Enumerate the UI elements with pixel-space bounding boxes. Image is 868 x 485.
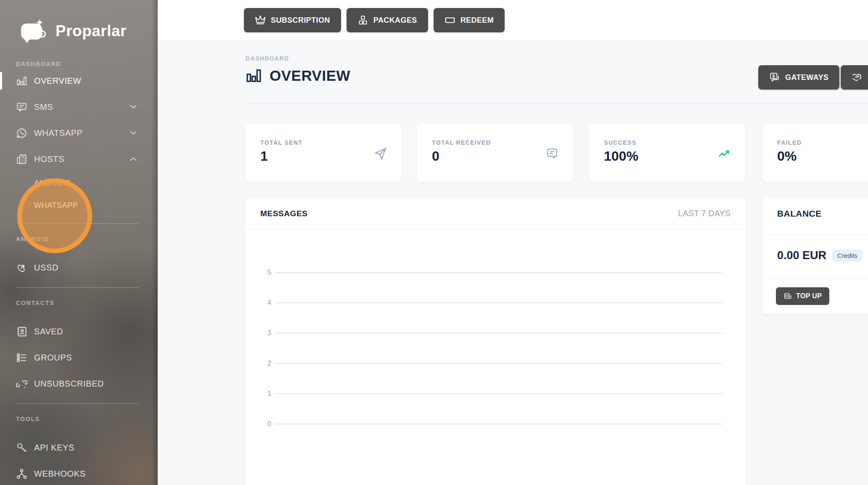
stat-label: SUCCESS [604, 139, 636, 146]
chart-gridline-row: 0 [260, 420, 722, 428]
chat-lines-icon [545, 147, 559, 160]
coins-icon [783, 292, 792, 300]
chart-gridline-row: 3 [260, 329, 722, 337]
stat-card-success: SUCCESS 100% [589, 124, 745, 182]
sidebar-item-label: WHATSAPP [34, 128, 83, 138]
main-content: SUBSCRIPTION PACKAGES REDEEM DASHBOARD O… [158, 0, 868, 485]
key-icon [16, 442, 27, 453]
sidebar-item-label: HOSTS [34, 154, 64, 164]
balance-title: BALANCE [777, 209, 821, 219]
partners-button-clipped[interactable]: P [841, 65, 868, 90]
section-label-tools: TOOLS [16, 416, 158, 423]
sidebar-item-webhooks[interactable]: WEBHOOKS [0, 461, 158, 485]
address-book-icon [16, 326, 27, 337]
subscription-button[interactable]: SUBSCRIPTION [244, 8, 341, 32]
satellite-dish-icon [16, 262, 27, 273]
webhook-branch-icon [16, 468, 27, 480]
chart-gridline-row: 1 [260, 390, 722, 398]
sidebar-item-hosts[interactable]: HOSTS [0, 146, 158, 172]
sidebar-item-label: API KEYS [34, 443, 74, 453]
card-header: MESSAGES LAST 7 DAYS [245, 198, 746, 230]
y-tick: 1 [260, 390, 271, 398]
chat-dollar-icon: $ [769, 72, 780, 83]
stat-value: 100% [604, 148, 638, 164]
crown-icon [255, 15, 266, 26]
sidebar-item-ussd[interactable]: USSD [0, 254, 158, 281]
page-actions: $ GATEWAYS P [158, 65, 868, 90]
sidebar-item-groups[interactable]: GROUPS [0, 345, 158, 371]
button-label: REDEEM [460, 16, 494, 25]
sidebar-subitem-label: ANDROID [34, 179, 71, 188]
stat-card-failed: FAILED 0% [762, 124, 868, 182]
sidebar-item-whatsapp[interactable]: WHATSAPP [0, 120, 158, 146]
section-label-contacts: CONTACTS [16, 299, 158, 307]
whatsapp-icon [16, 127, 27, 139]
breadcrumb: DASHBOARD [246, 55, 289, 62]
chart-gridline-row: 2 [260, 360, 722, 367]
sidebar-item-label: USSD [34, 263, 58, 273]
sidebar-item-label: UNSUBSCRIBED [34, 379, 104, 389]
ticket-icon [445, 15, 455, 26]
sidebar-item-overview[interactable]: OVERVIEW [0, 68, 158, 94]
sidebar-item-saved[interactable]: SAVED [0, 318, 158, 345]
sidebar-nav: DASHBOARD OVERVIEW SMS WHATSAPP [0, 49, 158, 485]
chart-gridline-row: 4 [260, 299, 722, 307]
topbar: SUBSCRIPTION PACKAGES REDEEM [158, 0, 868, 41]
chart-title: MESSAGES [260, 209, 308, 218]
messages-chart-card: MESSAGES LAST 7 DAYS 5 4 3 2 1 0 [245, 198, 746, 485]
brand-logo[interactable]: ✦ ⚙ Proparlar [21, 20, 127, 42]
bar-chart-icon [16, 75, 27, 87]
paper-plane-icon [374, 147, 387, 160]
trend-up-icon [717, 147, 731, 160]
handshake-icon [852, 72, 863, 83]
sidebar-item-api-keys[interactable]: API KEYS [0, 435, 158, 461]
chat-bubble-logo-icon: ✦ ⚙ [21, 20, 45, 42]
divider [762, 235, 868, 235]
y-tick: 4 [260, 299, 271, 307]
sidebar-item-label: GROUPS [34, 353, 72, 363]
stat-card-total-received: TOTAL RECEIVED 0 [417, 124, 573, 182]
sidebar-item-label: SAVED [34, 327, 63, 337]
y-tick: 3 [260, 329, 271, 337]
fax-device-icon [16, 154, 27, 165]
packages-button[interactable]: PACKAGES [347, 8, 428, 32]
brand-name: Proparlar [56, 22, 127, 40]
sidebar-divider [16, 403, 139, 404]
sidebar-subitem-whatsapp[interactable]: WHATSAPP [0, 194, 158, 217]
sidebar: ✦ ⚙ Proparlar DASHBOARD OVERVIEW SMS WHA… [0, 0, 158, 485]
stat-value: 0 [432, 148, 439, 164]
sidebar-item-unsubscribed[interactable]: UNSUBSCRIBED [0, 371, 158, 397]
section-label-dashboard: DASHBOARD [16, 61, 158, 68]
gateways-button[interactable]: $ GATEWAYS [758, 65, 839, 90]
sms-message-icon [16, 101, 27, 113]
chevron-down-icon [130, 131, 137, 135]
credits-badge: Credits [832, 249, 863, 262]
divider [245, 103, 868, 103]
chart-range-label: LAST 7 DAYS [678, 209, 730, 218]
button-label: TOP UP [796, 292, 822, 300]
list-groups-icon [16, 352, 27, 363]
balance-row: 0.00 EUR Credits [777, 249, 863, 262]
chart-gridline-row: 5 [260, 269, 722, 276]
sidebar-subitem-android[interactable]: ANDROID [0, 172, 158, 194]
sidebar-subitem-label: WHATSAPP [34, 201, 78, 210]
gear-icon: ⚙ [37, 29, 47, 40]
y-tick: 2 [260, 360, 271, 367]
balance-amount: 0.00 EUR [777, 249, 826, 262]
sidebar-item-label: WEBHOOKS [34, 469, 86, 479]
stat-label: FAILED [777, 139, 802, 146]
sidebar-item-sms[interactable]: SMS [0, 94, 158, 120]
sidebar-divider [16, 223, 139, 224]
section-label-android: ANDROID [16, 236, 158, 243]
balance-card: BALANCE 0.00 EUR Credits TOP UP [762, 198, 868, 314]
cubes-icon [357, 15, 368, 26]
button-label: GATEWAYS [785, 73, 828, 82]
top-up-button[interactable]: TOP UP [776, 287, 829, 305]
button-label: SUBSCRIPTION [271, 16, 330, 25]
svg-text:$: $ [773, 74, 775, 79]
sparkle-icon: ✦ [35, 18, 44, 28]
y-tick: 5 [260, 269, 271, 276]
stat-value: 1 [260, 148, 268, 164]
sidebar-divider [16, 287, 139, 288]
redeem-button[interactable]: REDEEM [434, 8, 505, 32]
